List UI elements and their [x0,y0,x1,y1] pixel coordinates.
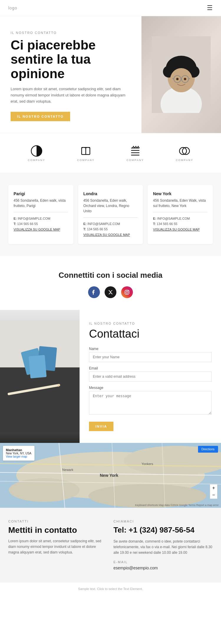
office-contact-london: E: INFO@SAMPLE.COM T: 134 565 66 55 VISU… [83,221,138,238]
logos-section: COMPANY COMPANY COMPANY COMPANY [0,133,221,173]
office-card-newyork: New York 456 Sondanella, Eden Walk, vist… [148,185,213,244]
hero-text: IL NOSTRO CONTATTO Ci piacerebbe sentire… [0,16,141,133]
submit-button[interactable]: INVIA [89,422,113,431]
map-link-newyork[interactable]: VISUALIZZA SU GOOGLE MAP [153,227,207,232]
phone-paris: T: 134 565 66 55 [14,222,38,226]
office-card-paris: Parigi 456 Sondanella, Eden walk, vista … [8,185,73,244]
map-sublocation: New York, NY, USA [6,452,32,455]
social-icons [8,286,213,298]
contact-image [0,310,80,443]
svg-point-28 [126,291,128,293]
map-overlay: Manhattan New York, NY, USA View larger … [3,446,34,461]
logo-text-3: COMPANY [126,159,144,162]
instagram-icon[interactable] [121,286,133,298]
bottom-contact-label: CONTATTI [8,520,108,523]
map-link-paris[interactable]: VISUALIZZA SU GOOGLE MAP [14,227,68,232]
bottom-contact-section: CONTATTI Mettiti in contatto Lorem ipsum… [0,508,221,582]
phone-london: T: 134 565 66 55 [83,227,108,231]
map-directions-button[interactable]: Directions [198,446,218,453]
message-textarea[interactable] [89,391,212,415]
email-input[interactable] [89,372,212,382]
social-title: Connettiti con i social media [8,271,213,280]
contact-form-area: IL NOSTRO CONTATTO Contattaci Name Email… [80,310,221,443]
office-contact-paris: E: INFO@SAMPLE.COM T: 134 565 66 55 VISU… [14,216,68,232]
email-label-paris: E: INFO@SAMPLE.COM [14,217,50,220]
map-view-larger-link[interactable]: View larger map [6,455,27,458]
footer-text: Sample text. Click to select the Text El… [78,587,143,591]
zoom-out-button[interactable]: − [210,492,217,499]
name-input[interactable] [89,352,212,362]
logo-symbol-4 [178,144,191,157]
svg-point-29 [128,290,129,291]
office-divider-newyork [153,212,207,212]
map-link-london[interactable]: VISUALIZZA SU GOOGLE MAP [83,232,138,238]
office-contact-newyork: E: INFO@SAMPLE.COM T: 134 565 66 55 VISU… [153,216,207,232]
email-label-newyork: E: INFO@SAMPLE.COM [153,217,190,220]
logo-text-2: COMPANY [77,159,95,162]
logo: logo [8,6,17,10]
logo-text-1: COMPANY [28,159,45,162]
hero-person-illustration [152,36,211,113]
logo-item-1: COMPANY [28,144,45,162]
contact-form-section: IL NOSTRO CONTATTO Contattaci Name Email… [0,310,221,443]
logo-text-4: COMPANY [176,159,193,162]
office-city-london: Londra [83,191,138,196]
twitter-x-icon[interactable] [105,286,116,298]
email-label: Email [89,366,212,370]
email-section-label: E-MAIL [113,560,213,564]
office-address-london: 456 Sondanella, Eden walk, Orchard view,… [83,198,138,214]
contact-form-label: IL NOSTRO CONTATTO [89,322,212,325]
zoom-in-button[interactable]: + [210,484,217,492]
hero-section: IL NOSTRO CONTATTO Ci piacerebbe sentire… [0,16,221,133]
message-field-group: Message [89,386,212,416]
social-section: Connettiti con i social media [0,256,221,310]
menu-icon[interactable]: ☰ [207,4,213,12]
svg-point-10 [170,68,192,92]
map-background: New York Newark Yonkers Manhattan New Yo… [0,443,221,508]
facebook-icon[interactable] [88,286,100,298]
svg-point-16 [176,78,179,80]
office-divider-paris [14,212,68,212]
email-value: esempio@esempio.com [113,566,213,570]
hero-title: Ci piacerebbe sentire la tua opinione [11,38,131,81]
map-copyright: Keyboard shortcuts Map data ©2024 Google… [135,504,219,507]
offices-section: Parigi 456 Sondanella, Eden walk, vista … [0,173,221,256]
email-label-london: E: INFO@SAMPLE.COM [83,222,120,226]
bottom-contact-left: CONTATTI Mettiti in contatto Lorem ipsum… [8,520,108,571]
name-field-group: Name [89,347,212,362]
map-section: New York Newark Yonkers Manhattan New Yo… [0,443,221,508]
phone-newyork: T: 134 565 66 55 [153,222,177,226]
svg-text:New York: New York [100,473,118,478]
call-number: Tel: +1 (324) 987-56-54 [113,525,213,535]
navbar: logo ☰ [0,0,221,16]
logo-symbol-2 [79,144,92,157]
office-card-london: Londra 456 Sondanella, Eden walk, Orchar… [78,185,143,244]
logo-item-3: COMPANY [126,144,144,162]
hero-image [141,16,221,133]
contact-form-title: Contattaci [89,328,212,340]
hero-description: Lorem ipsum dolor sit amet, consetetur s… [11,86,131,104]
bottom-contact-right: CHIAMACI Tel: +1 (324) 987-56-54 Se avet… [113,520,213,571]
svg-text:Newark: Newark [62,468,73,472]
logo-symbol-3 [129,144,142,157]
map-location: Manhattan [6,448,32,452]
map-zoom-controls: + − [210,484,217,499]
office-city-paris: Parigi [14,191,68,196]
contact-form: Name Email Message INVIA [89,347,212,431]
footer: Sample text. Click to select the Text El… [0,582,221,595]
office-divider-london [83,217,138,218]
bottom-contact-title: Mettiti in contatto [8,525,108,535]
name-label: Name [89,347,212,351]
contact-image-illustration [0,320,80,432]
office-address-paris: 456 Sondanella, Eden walk, vista fruttet… [14,198,68,208]
call-description: Se avete domande, commenti o idee, potet… [113,539,213,556]
hero-cta-button[interactable]: IL NOSTRO CONTATTO [11,112,70,121]
message-label: Message [89,386,212,390]
logo-symbol-1 [30,144,43,157]
email-field-group: Email [89,366,212,382]
office-address-newyork: 456 Sondanella, Eden Walk, vista sul fru… [153,198,207,208]
svg-text:Yonkers: Yonkers [141,462,153,466]
logo-item-4: COMPANY [176,144,193,162]
svg-point-17 [184,78,186,80]
bottom-contact-description: Lorem ipsum dolor sit amet, consetetur s… [8,538,108,556]
